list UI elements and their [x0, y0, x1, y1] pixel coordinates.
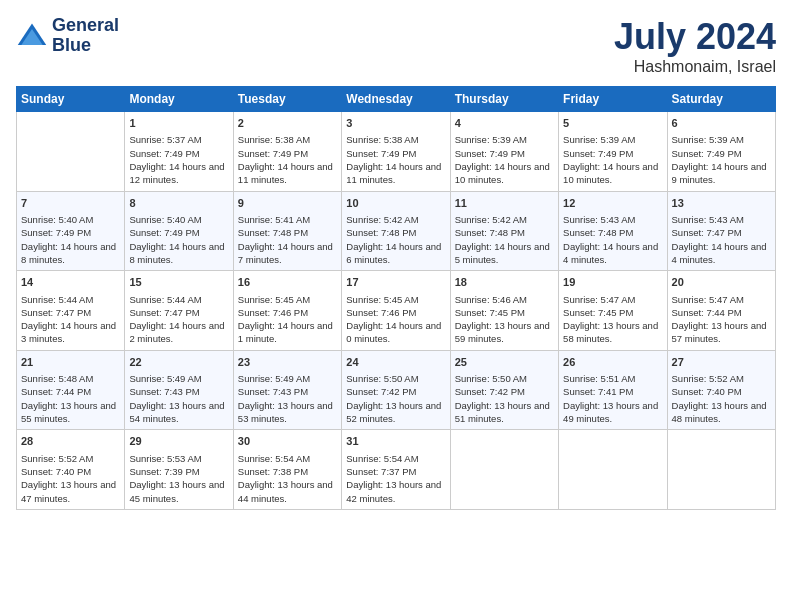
calendar-cell [17, 112, 125, 192]
week-row: 7Sunrise: 5:40 AMSunset: 7:49 PMDaylight… [17, 191, 776, 271]
day-number: 19 [563, 275, 662, 290]
sunrise-text: Sunrise: 5:48 AM [21, 373, 93, 384]
header-row: SundayMondayTuesdayWednesdayThursdayFrid… [17, 87, 776, 112]
logo-text: General Blue [52, 16, 119, 56]
day-header: Thursday [450, 87, 558, 112]
sunset-text: Sunset: 7:49 PM [129, 227, 199, 238]
day-header: Sunday [17, 87, 125, 112]
calendar-cell: 4Sunrise: 5:39 AMSunset: 7:49 PMDaylight… [450, 112, 558, 192]
sunrise-text: Sunrise: 5:49 AM [129, 373, 201, 384]
day-number: 25 [455, 355, 554, 370]
calendar-cell [559, 430, 667, 510]
day-number: 17 [346, 275, 445, 290]
daylight-text: Daylight: 14 hours and 12 minutes. [129, 161, 224, 185]
sunset-text: Sunset: 7:47 PM [672, 227, 742, 238]
sunrise-text: Sunrise: 5:53 AM [129, 453, 201, 464]
calendar-cell: 11Sunrise: 5:42 AMSunset: 7:48 PMDayligh… [450, 191, 558, 271]
sunset-text: Sunset: 7:42 PM [455, 386, 525, 397]
sunrise-text: Sunrise: 5:54 AM [346, 453, 418, 464]
sunset-text: Sunset: 7:49 PM [129, 148, 199, 159]
sunset-text: Sunset: 7:48 PM [563, 227, 633, 238]
logo-icon [16, 20, 48, 52]
sunrise-text: Sunrise: 5:54 AM [238, 453, 310, 464]
day-number: 23 [238, 355, 337, 370]
day-header: Friday [559, 87, 667, 112]
sunset-text: Sunset: 7:44 PM [672, 307, 742, 318]
calendar-cell: 29Sunrise: 5:53 AMSunset: 7:39 PMDayligh… [125, 430, 233, 510]
day-number: 10 [346, 196, 445, 211]
day-number: 22 [129, 355, 228, 370]
calendar-cell: 1Sunrise: 5:37 AMSunset: 7:49 PMDaylight… [125, 112, 233, 192]
daylight-text: Daylight: 13 hours and 48 minutes. [672, 400, 767, 424]
sunrise-text: Sunrise: 5:39 AM [455, 134, 527, 145]
sunset-text: Sunset: 7:47 PM [129, 307, 199, 318]
week-row: 28Sunrise: 5:52 AMSunset: 7:40 PMDayligh… [17, 430, 776, 510]
sunset-text: Sunset: 7:39 PM [129, 466, 199, 477]
calendar-cell [667, 430, 775, 510]
day-number: 31 [346, 434, 445, 449]
sunset-text: Sunset: 7:48 PM [346, 227, 416, 238]
day-number: 27 [672, 355, 771, 370]
calendar-table: SundayMondayTuesdayWednesdayThursdayFrid… [16, 86, 776, 510]
sunrise-text: Sunrise: 5:51 AM [563, 373, 635, 384]
sunrise-text: Sunrise: 5:42 AM [346, 214, 418, 225]
day-number: 8 [129, 196, 228, 211]
sunrise-text: Sunrise: 5:42 AM [455, 214, 527, 225]
calendar-cell: 9Sunrise: 5:41 AMSunset: 7:48 PMDaylight… [233, 191, 341, 271]
day-number: 29 [129, 434, 228, 449]
day-number: 9 [238, 196, 337, 211]
sunset-text: Sunset: 7:42 PM [346, 386, 416, 397]
daylight-text: Daylight: 13 hours and 49 minutes. [563, 400, 658, 424]
day-number: 15 [129, 275, 228, 290]
day-header: Tuesday [233, 87, 341, 112]
day-number: 21 [21, 355, 120, 370]
calendar-cell: 2Sunrise: 5:38 AMSunset: 7:49 PMDaylight… [233, 112, 341, 192]
month-title: July 2024 [614, 16, 776, 58]
sunrise-text: Sunrise: 5:41 AM [238, 214, 310, 225]
week-row: 21Sunrise: 5:48 AMSunset: 7:44 PMDayligh… [17, 350, 776, 430]
sunset-text: Sunset: 7:48 PM [238, 227, 308, 238]
sunset-text: Sunset: 7:49 PM [563, 148, 633, 159]
day-number: 12 [563, 196, 662, 211]
calendar-cell: 23Sunrise: 5:49 AMSunset: 7:43 PMDayligh… [233, 350, 341, 430]
page-header: General Blue July 2024 Hashmonaim, Israe… [16, 16, 776, 76]
sunset-text: Sunset: 7:49 PM [21, 227, 91, 238]
daylight-text: Daylight: 13 hours and 42 minutes. [346, 479, 441, 503]
sunset-text: Sunset: 7:49 PM [672, 148, 742, 159]
calendar-cell: 28Sunrise: 5:52 AMSunset: 7:40 PMDayligh… [17, 430, 125, 510]
calendar-header: SundayMondayTuesdayWednesdayThursdayFrid… [17, 87, 776, 112]
daylight-text: Daylight: 14 hours and 11 minutes. [238, 161, 333, 185]
sunrise-text: Sunrise: 5:49 AM [238, 373, 310, 384]
sunset-text: Sunset: 7:37 PM [346, 466, 416, 477]
daylight-text: Daylight: 13 hours and 47 minutes. [21, 479, 116, 503]
sunrise-text: Sunrise: 5:40 AM [21, 214, 93, 225]
logo: General Blue [16, 16, 119, 56]
day-number: 13 [672, 196, 771, 211]
sunrise-text: Sunrise: 5:40 AM [129, 214, 201, 225]
day-number: 14 [21, 275, 120, 290]
sunrise-text: Sunrise: 5:44 AM [129, 294, 201, 305]
sunset-text: Sunset: 7:47 PM [21, 307, 91, 318]
sunset-text: Sunset: 7:44 PM [21, 386, 91, 397]
daylight-text: Daylight: 14 hours and 10 minutes. [455, 161, 550, 185]
daylight-text: Daylight: 14 hours and 2 minutes. [129, 320, 224, 344]
daylight-text: Daylight: 14 hours and 11 minutes. [346, 161, 441, 185]
calendar-cell: 20Sunrise: 5:47 AMSunset: 7:44 PMDayligh… [667, 271, 775, 351]
calendar-cell: 30Sunrise: 5:54 AMSunset: 7:38 PMDayligh… [233, 430, 341, 510]
sunrise-text: Sunrise: 5:38 AM [346, 134, 418, 145]
calendar-cell: 3Sunrise: 5:38 AMSunset: 7:49 PMDaylight… [342, 112, 450, 192]
daylight-text: Daylight: 14 hours and 10 minutes. [563, 161, 658, 185]
daylight-text: Daylight: 14 hours and 5 minutes. [455, 241, 550, 265]
calendar-cell: 14Sunrise: 5:44 AMSunset: 7:47 PMDayligh… [17, 271, 125, 351]
day-number: 16 [238, 275, 337, 290]
day-number: 30 [238, 434, 337, 449]
daylight-text: Daylight: 13 hours and 57 minutes. [672, 320, 767, 344]
day-number: 7 [21, 196, 120, 211]
calendar-cell: 26Sunrise: 5:51 AMSunset: 7:41 PMDayligh… [559, 350, 667, 430]
day-number: 26 [563, 355, 662, 370]
sunset-text: Sunset: 7:40 PM [21, 466, 91, 477]
calendar-cell: 16Sunrise: 5:45 AMSunset: 7:46 PMDayligh… [233, 271, 341, 351]
calendar-body: 1Sunrise: 5:37 AMSunset: 7:49 PMDaylight… [17, 112, 776, 510]
sunset-text: Sunset: 7:49 PM [455, 148, 525, 159]
calendar-cell: 21Sunrise: 5:48 AMSunset: 7:44 PMDayligh… [17, 350, 125, 430]
